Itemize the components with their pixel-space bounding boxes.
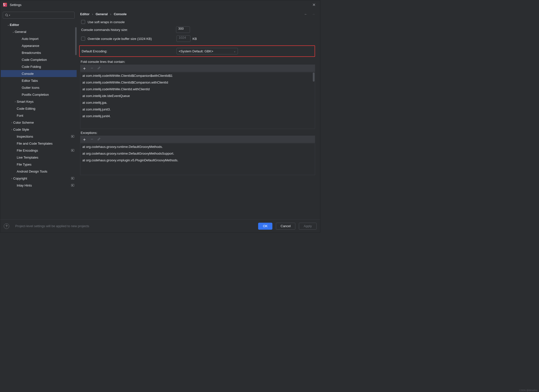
tree-label: Copyright <box>13 177 27 180</box>
search-input[interactable]: ▾ <box>3 12 75 19</box>
tree-item-auto-import[interactable]: Auto Import <box>1 35 77 42</box>
tree-item-inspections[interactable]: Inspections <box>1 133 77 140</box>
tree-label: Inlay Hints <box>17 184 32 187</box>
tree-item-editor-tabs[interactable]: Editor Tabs <box>1 77 77 84</box>
chevron-down-icon: ⌄ <box>234 50 236 53</box>
content-panel: Editor › General › Console ← → Use soft … <box>78 9 320 219</box>
add-icon[interactable]: ＋ <box>82 136 87 142</box>
tree-label: Color Scheme <box>13 121 34 124</box>
encoding-select[interactable]: <System Default: GBK> ⌄ <box>177 48 238 54</box>
history-size-input[interactable]: 300 <box>176 26 190 33</box>
edit-icon <box>97 137 101 141</box>
back-icon[interactable]: ← <box>304 12 307 16</box>
svg-rect-2 <box>3 3 4 5</box>
crumb-console[interactable]: Console <box>114 12 127 16</box>
chevron-right-icon[interactable]: › <box>14 100 17 103</box>
apply-button: Apply <box>299 223 317 230</box>
project-level-icon <box>71 177 74 180</box>
chevron-down-icon[interactable]: ⌄ <box>7 23 10 26</box>
tree-item-file-and-code-templates[interactable]: File and Code Templates <box>1 140 77 147</box>
tree-label: Code Style <box>13 128 29 131</box>
tree-item-font[interactable]: Font <box>1 112 77 119</box>
history-size-label: Console commands history size: <box>81 28 176 32</box>
default-encoding-highlight: Default Encoding: <System Default: GBK> … <box>79 45 315 57</box>
forward-icon: → <box>312 12 315 16</box>
tree-item-file-types[interactable]: File Types <box>1 161 77 168</box>
tree-item-breadcrumbs[interactable]: Breadcrumbs <box>1 49 77 56</box>
list-item[interactable]: at org.codehaus.groovy.vmplugin.v5.Plugi… <box>80 157 315 164</box>
tree-label: General <box>15 30 26 34</box>
override-buffer-checkbox[interactable] <box>81 37 85 41</box>
crumb-editor[interactable]: Editor <box>80 12 90 16</box>
override-buffer-suffix: KB <box>192 37 197 41</box>
tree-item-file-encodings[interactable]: File Encodings <box>1 147 77 154</box>
tree-label: Breadcrumbs <box>22 51 41 55</box>
tree-item-code-style[interactable]: ›Code Style <box>1 126 77 133</box>
titlebar: Settings ✕ <box>0 0 320 9</box>
tree-item-color-scheme[interactable]: ›Color Scheme <box>1 119 77 126</box>
add-icon[interactable]: ＋ <box>82 65 87 71</box>
ok-button[interactable]: OK <box>258 223 272 230</box>
tree-label: Console <box>22 72 34 76</box>
tree-label: Editor <box>10 23 19 27</box>
tree-label: Postfix Completion <box>22 93 49 97</box>
tree-item-console[interactable]: Console <box>1 70 77 77</box>
tree-label: Smart Keys <box>17 100 33 103</box>
search-icon <box>5 13 8 17</box>
svg-rect-3 <box>5 3 6 4</box>
list-item[interactable]: at com.intellij.jpa. <box>80 99 315 106</box>
tree-item-copyright[interactable]: ›Copyright <box>1 175 77 182</box>
list-item[interactable]: at com.intellij.codeWithMe.ClientId$Comp… <box>80 72 315 79</box>
scrollbar-thumb[interactable] <box>75 27 77 55</box>
scrollbar-thumb[interactable] <box>313 73 315 82</box>
tree-item-appearance[interactable]: Appearance <box>1 42 77 49</box>
tree-label: Code Editing <box>17 107 35 110</box>
svg-point-5 <box>5 14 7 16</box>
tree-label: Code Completion <box>22 58 47 62</box>
tree-label: Appearance <box>22 44 39 48</box>
tree-item-live-templates[interactable]: Live Templates <box>1 154 77 161</box>
tree-item-gutter-icons[interactable]: Gutter Icons <box>1 84 77 91</box>
tree-item-code-folding[interactable]: Code Folding <box>1 63 77 70</box>
chevron-right-icon[interactable]: › <box>10 177 13 180</box>
list-item[interactable]: at org.codehaus.groovy.runtime.DefaultGr… <box>80 143 315 150</box>
tree-item-editor[interactable]: ⌄Editor <box>1 21 77 28</box>
exceptions-toolbar: ＋ − <box>80 136 315 143</box>
close-icon[interactable]: ✕ <box>310 1 318 8</box>
tree-item-code-completion[interactable]: Code Completion <box>1 56 77 63</box>
list-item[interactable]: at com.intellij.ide.IdeEventQueue <box>80 93 315 99</box>
list-item[interactable]: at com.intellij.codeWithMe.ClientId.with… <box>80 86 315 93</box>
tree-item-android-design-tools[interactable]: Android Design Tools <box>1 168 77 175</box>
fold-section-label: Fold console lines that contain: <box>81 60 315 64</box>
tree-label: Editor Tabs <box>22 79 38 83</box>
project-level-icon <box>71 135 74 138</box>
fold-toolbar: ＋ − <box>80 65 315 72</box>
breadcrumb: Editor › General › Console ← → <box>80 12 315 16</box>
tree-item-code-editing[interactable]: Code Editing <box>1 105 77 112</box>
fold-list[interactable]: at com.intellij.codeWithMe.ClientId$Comp… <box>80 72 315 129</box>
list-item[interactable]: at com.intellij.junit3. <box>80 106 315 113</box>
cancel-button[interactable]: Cancel <box>276 223 295 230</box>
exceptions-list[interactable]: at org.codehaus.groovy.runtime.DefaultGr… <box>80 143 315 175</box>
tree-item-general[interactable]: ⌄General <box>1 28 77 35</box>
crumb-general[interactable]: General <box>96 12 108 16</box>
tree-item-smart-keys[interactable]: ›Smart Keys <box>1 98 77 105</box>
edit-icon <box>97 66 101 70</box>
svg-line-6 <box>7 16 8 16</box>
tree-item-inlay-hints[interactable]: Inlay Hints <box>1 182 77 189</box>
tree-item-postfix-completion[interactable]: Postfix Completion <box>1 91 77 98</box>
help-icon[interactable]: ? <box>4 223 9 229</box>
soft-wraps-label: Use soft wraps in console <box>88 20 125 24</box>
bottombar: ? Project-level settings will be applied… <box>0 219 320 232</box>
chevron-right-icon[interactable]: › <box>10 128 13 131</box>
chevron-down-icon[interactable]: ⌄ <box>12 30 15 33</box>
chevron-right-icon[interactable]: › <box>10 121 13 124</box>
chevron-down-icon: ▾ <box>9 14 10 16</box>
list-item[interactable]: at com.intellij.codeWithMe.ClientId$Comp… <box>80 79 315 86</box>
project-level-icon <box>71 149 74 152</box>
list-item[interactable]: at com.intellij.junit4. <box>80 113 315 119</box>
settings-tree: ⌄Editor⌄GeneralAuto ImportAppearanceBrea… <box>1 21 77 218</box>
tree-label: Font <box>17 114 23 117</box>
soft-wraps-checkbox[interactable] <box>81 20 85 24</box>
list-item[interactable]: at org.codehaus.groovy.runtime.DefaultGr… <box>80 150 315 157</box>
